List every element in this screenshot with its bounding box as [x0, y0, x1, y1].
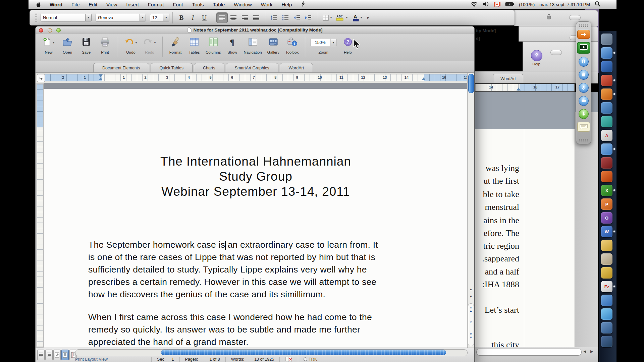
horizontal-ruler[interactable]: 2112345678910111213141617 [45, 74, 468, 81]
dock-app-16[interactable] [601, 240, 612, 251]
increase-indent-button[interactable] [303, 12, 314, 23]
dock-app-8[interactable]: A [601, 130, 612, 141]
dock-app-11[interactable] [601, 171, 612, 182]
publishing-layout-view-button[interactable] [53, 350, 61, 360]
menu-file[interactable]: File [71, 2, 79, 7]
webcam-button[interactable] [579, 96, 589, 106]
toolbar-gallery-button[interactable]: Gallery [265, 36, 282, 54]
scroll-down-icon[interactable]: ▼ [468, 295, 474, 298]
dock-app-5[interactable] [601, 88, 612, 100]
dock-app-23[interactable] [601, 336, 612, 347]
toolbar-navigation-button[interactable]: Navigation [243, 36, 263, 54]
spotlight-icon[interactable] [595, 1, 600, 8]
menu-clock[interactable]: mar. 13 sept. 7:31:10 PM [539, 2, 590, 7]
font-dropdown[interactable]: Geneva ▼ [96, 14, 146, 21]
draft-view-button[interactable] [37, 350, 45, 360]
first-line-indent-marker[interactable] [99, 74, 103, 77]
toolbar-new-button[interactable]: ▼New [40, 36, 57, 54]
palette-drag-handle[interactable] [579, 138, 589, 141]
toolbar-undo-button[interactable]: ▼Undo [122, 36, 139, 54]
dock-app-2[interactable] [601, 47, 612, 59]
script-menu[interactable] [301, 1, 305, 8]
scroll-left-icon[interactable]: ◀ [583, 349, 586, 354]
tab-wordart[interactable]: WordArt [493, 74, 523, 83]
style-dropdown[interactable]: Normal ▼ [41, 14, 92, 21]
menu-format[interactable]: Format [148, 2, 164, 7]
vertical-ruler[interactable] [37, 84, 44, 347]
chevron-down-icon[interactable]: ▼ [140, 14, 146, 21]
dock-app-9[interactable] [601, 143, 612, 155]
dock-app-21[interactable] [601, 308, 612, 320]
apple-menu[interactable] [36, 1, 42, 7]
outline-view-button[interactable] [45, 350, 53, 360]
chevron-down-icon[interactable]: ▼ [163, 14, 169, 21]
tab-wordart[interactable]: WordArt [280, 63, 313, 72]
underline-button[interactable]: U [199, 12, 210, 23]
bullet-list-button[interactable] [280, 12, 291, 23]
tab-smartart-graphics[interactable]: SmartArt Graphics [226, 63, 278, 72]
right-indent-marker[interactable] [422, 77, 426, 80]
chat-note-button[interactable] [577, 122, 590, 132]
volume-icon[interactable] [482, 1, 489, 8]
chevron-down-icon[interactable]: ▼ [85, 14, 91, 21]
vertical-scrollbar[interactable]: ▲ ▼ ▲▲ ○ ▼▼ [467, 73, 474, 348]
palette-drag-handle[interactable] [579, 24, 589, 27]
menu-word[interactable]: Word [50, 2, 62, 7]
battery-icon[interactable] [505, 2, 514, 8]
dock-app-18[interactable] [601, 267, 612, 279]
track-changes-toggle[interactable]: TRK [304, 357, 317, 362]
download-button[interactable] [579, 109, 589, 119]
spelling-status-icon[interactable] [285, 357, 292, 362]
justify-button[interactable] [251, 12, 262, 23]
dock-app-20[interactable] [601, 295, 612, 306]
view-mode-label[interactable]: Print Layout View [75, 357, 108, 362]
help-icon[interactable]: ? [531, 50, 542, 61]
align-right-button[interactable] [239, 12, 251, 23]
words-value[interactable]: 13 of 1925 [254, 357, 274, 362]
dock-app-17[interactable] [601, 253, 612, 265]
wifi-icon[interactable] [471, 1, 478, 8]
scroll-up-icon[interactable]: ▲ [468, 287, 474, 291]
toolbar-tables-button[interactable]: Tables [186, 36, 203, 54]
menu-help[interactable]: Help [281, 2, 292, 7]
left-indent-marker[interactable] [99, 77, 103, 80]
tab-selector[interactable] [37, 74, 45, 82]
toolbar-capsule-button[interactable] [569, 15, 581, 20]
ruler-margin-marker[interactable] [517, 87, 521, 90]
screen-capture-button[interactable] [577, 42, 590, 54]
scrollbar-thumb[interactable] [161, 350, 446, 355]
dock-app-1[interactable] [601, 34, 612, 45]
decrease-indent-button[interactable] [291, 12, 303, 23]
toolbar-redo-button[interactable]: ▼Redo [141, 36, 158, 54]
menu-tools[interactable]: Tools [192, 2, 204, 7]
previous-page-button[interactable]: ▲▲ [468, 306, 474, 312]
tab-charts[interactable]: Charts [194, 63, 224, 72]
scrollbar-thumb[interactable] [468, 74, 474, 93]
toolbar-capsule-button[interactable] [550, 50, 562, 55]
menu-insert[interactable]: Insert [126, 2, 139, 7]
toolbar-toolbox-button[interactable]: iToolbox [284, 36, 301, 54]
scroll-right-icon[interactable]: ▶ [590, 349, 593, 354]
horizontal-scrollbar[interactable] [75, 349, 468, 356]
numbered-list-button[interactable]: 1 [268, 12, 280, 23]
document-page[interactable]: The International HahnemannianStudy Grou… [44, 89, 468, 348]
next-page-button[interactable]: ▼▼ [468, 333, 474, 339]
toolbar-format-button[interactable]: Format [167, 36, 184, 54]
bold-button[interactable]: B [176, 12, 187, 23]
toolbar-more-icon[interactable]: ▶ [367, 16, 369, 19]
select-browse-object-button[interactable]: ○ [468, 320, 474, 324]
window-titlebar[interactable]: Notes for September 2011 webinar.doc [Co… [36, 26, 474, 34]
menu-work[interactable]: Work [261, 2, 273, 7]
chevron-down-icon[interactable]: ▼ [52, 41, 55, 44]
battery-percentage[interactable]: (100 %) [519, 2, 535, 7]
font-color-button[interactable]: A ▼ [350, 12, 365, 23]
menu-view[interactable]: View [106, 2, 117, 7]
align-center-button[interactable] [228, 12, 239, 23]
dock-app-6[interactable] [601, 102, 612, 114]
print-layout-view-button[interactable] [61, 350, 69, 360]
toolbar-open-button[interactable]: Open [59, 36, 76, 54]
dock-app-3[interactable] [601, 61, 612, 72]
record-arrow-button[interactable] [577, 30, 590, 39]
dock-app-13[interactable]: P [601, 198, 612, 210]
dock-app-14[interactable]: O [601, 212, 612, 224]
